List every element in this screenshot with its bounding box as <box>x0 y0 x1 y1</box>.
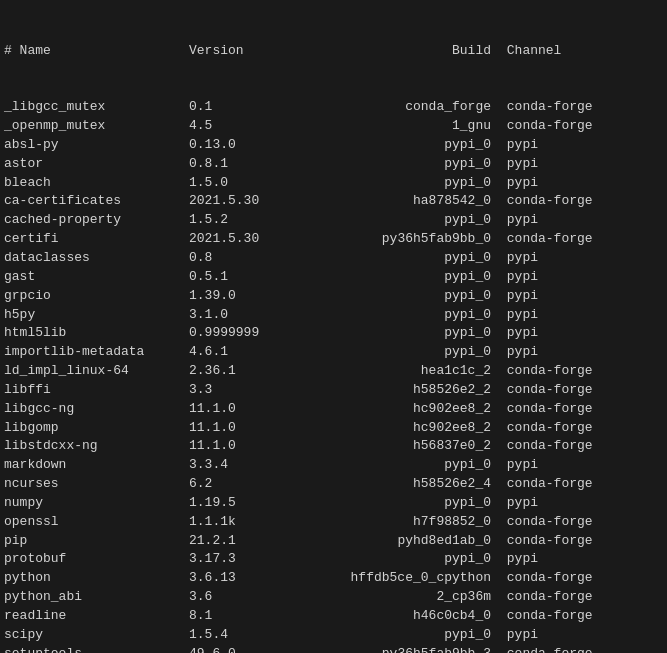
package-name: openssl <box>4 513 189 532</box>
package-version: 1.5.2 <box>189 211 279 230</box>
package-name: gast <box>4 268 189 287</box>
package-name: _openmp_mutex <box>4 117 189 136</box>
package-build: pypi_0 <box>279 287 499 306</box>
package-channel: pypi <box>499 136 629 155</box>
package-build: pypi_0 <box>279 494 499 513</box>
package-build: pypi_0 <box>279 626 499 645</box>
table-row: astor0.8.1pypi_0 pypi <box>4 155 663 174</box>
package-version: 1.39.0 <box>189 287 279 306</box>
package-build: h56837e0_2 <box>279 437 499 456</box>
package-version: 4.6.1 <box>189 343 279 362</box>
package-name: python <box>4 569 189 588</box>
package-name: astor <box>4 155 189 174</box>
table-row: libgcc-ng11.1.0hc902ee8_2 conda-forge <box>4 400 663 419</box>
package-build: h46c0cb4_0 <box>279 607 499 626</box>
package-version: 6.2 <box>189 475 279 494</box>
package-name: libgomp <box>4 419 189 438</box>
package-name: _libgcc_mutex <box>4 98 189 117</box>
package-build: pypi_0 <box>279 211 499 230</box>
package-name: libstdcxx-ng <box>4 437 189 456</box>
package-channel: conda-forge <box>499 98 629 117</box>
table-row: ncurses6.2h58526e2_4 conda-forge <box>4 475 663 494</box>
table-row: protobuf3.17.3pypi_0 pypi <box>4 550 663 569</box>
package-name: setuptools <box>4 645 189 653</box>
package-version: 2021.5.30 <box>189 192 279 211</box>
package-channel: conda-forge <box>499 607 629 626</box>
package-version: 2021.5.30 <box>189 230 279 249</box>
package-version: 11.1.0 <box>189 400 279 419</box>
package-build: h58526e2_4 <box>279 475 499 494</box>
table-row: grpcio1.39.0pypi_0 pypi <box>4 287 663 306</box>
package-version: 0.13.0 <box>189 136 279 155</box>
table-row: numpy1.19.5pypi_0 pypi <box>4 494 663 513</box>
table-row: python_abi3.62_cp36m conda-forge <box>4 588 663 607</box>
table-row: setuptools49.6.0py36h5fab9bb_3 conda-for… <box>4 645 663 653</box>
package-channel: pypi <box>499 287 629 306</box>
terminal: # Name Version Build Channel _libgcc_mut… <box>0 0 667 653</box>
package-build: pypi_0 <box>279 456 499 475</box>
package-channel: pypi <box>499 550 629 569</box>
table-row: bleach1.5.0pypi_0 pypi <box>4 174 663 193</box>
table-header: # Name Version Build Channel <box>4 42 663 61</box>
package-build: h58526e2_2 <box>279 381 499 400</box>
package-channel: pypi <box>499 324 629 343</box>
package-version: 0.8.1 <box>189 155 279 174</box>
package-build: pypi_0 <box>279 249 499 268</box>
package-version: 3.17.3 <box>189 550 279 569</box>
package-version: 1.5.0 <box>189 174 279 193</box>
package-name: libgcc-ng <box>4 400 189 419</box>
package-version: 0.5.1 <box>189 268 279 287</box>
table-row: libgomp11.1.0hc902ee8_2 conda-forge <box>4 419 663 438</box>
package-channel: conda-forge <box>499 532 629 551</box>
package-build: ha878542_0 <box>279 192 499 211</box>
package-version: 11.1.0 <box>189 419 279 438</box>
package-build: hc902ee8_2 <box>279 400 499 419</box>
package-channel: conda-forge <box>499 437 629 456</box>
package-version: 21.2.1 <box>189 532 279 551</box>
table-row: libstdcxx-ng11.1.0h56837e0_2 conda-forge <box>4 437 663 456</box>
package-name: markdown <box>4 456 189 475</box>
package-channel: conda-forge <box>499 230 629 249</box>
package-version: 0.9999999 <box>189 324 279 343</box>
package-version: 8.1 <box>189 607 279 626</box>
table-row: certifi2021.5.30py36h5fab9bb_0 conda-for… <box>4 230 663 249</box>
package-name: python_abi <box>4 588 189 607</box>
package-version: 1.19.5 <box>189 494 279 513</box>
package-version: 11.1.0 <box>189 437 279 456</box>
package-name: protobuf <box>4 550 189 569</box>
table-row: readline8.1h46c0cb4_0 conda-forge <box>4 607 663 626</box>
package-name: dataclasses <box>4 249 189 268</box>
package-name: libffi <box>4 381 189 400</box>
header-build: Build <box>279 42 499 61</box>
table-row: python3.6.13hffdb5ce_0_cpython conda-for… <box>4 569 663 588</box>
package-list: _libgcc_mutex0.1conda_forge conda-forge_… <box>4 98 663 653</box>
package-name: bleach <box>4 174 189 193</box>
table-row: _libgcc_mutex0.1conda_forge conda-forge <box>4 98 663 117</box>
package-build: 2_cp36m <box>279 588 499 607</box>
package-name: ld_impl_linux-64 <box>4 362 189 381</box>
package-channel: pypi <box>499 174 629 193</box>
package-name: readline <box>4 607 189 626</box>
package-build: pyhd8ed1ab_0 <box>279 532 499 551</box>
package-version: 2.36.1 <box>189 362 279 381</box>
package-build: 1_gnu <box>279 117 499 136</box>
package-name: pip <box>4 532 189 551</box>
package-channel: pypi <box>499 626 629 645</box>
package-channel: conda-forge <box>499 400 629 419</box>
package-channel: conda-forge <box>499 192 629 211</box>
package-name: importlib-metadata <box>4 343 189 362</box>
package-channel: conda-forge <box>499 381 629 400</box>
package-channel: pypi <box>499 211 629 230</box>
package-channel: pypi <box>499 306 629 325</box>
package-build: h7f98852_0 <box>279 513 499 532</box>
package-channel: pypi <box>499 249 629 268</box>
header-version: Version <box>189 42 279 61</box>
package-build: pypi_0 <box>279 306 499 325</box>
package-build: pypi_0 <box>279 268 499 287</box>
table-row: openssl1.1.1kh7f98852_0 conda-forge <box>4 513 663 532</box>
package-version: 49.6.0 <box>189 645 279 653</box>
package-channel: pypi <box>499 343 629 362</box>
package-version: 3.3.4 <box>189 456 279 475</box>
package-channel: pypi <box>499 456 629 475</box>
table-row: gast0.5.1pypi_0 pypi <box>4 268 663 287</box>
